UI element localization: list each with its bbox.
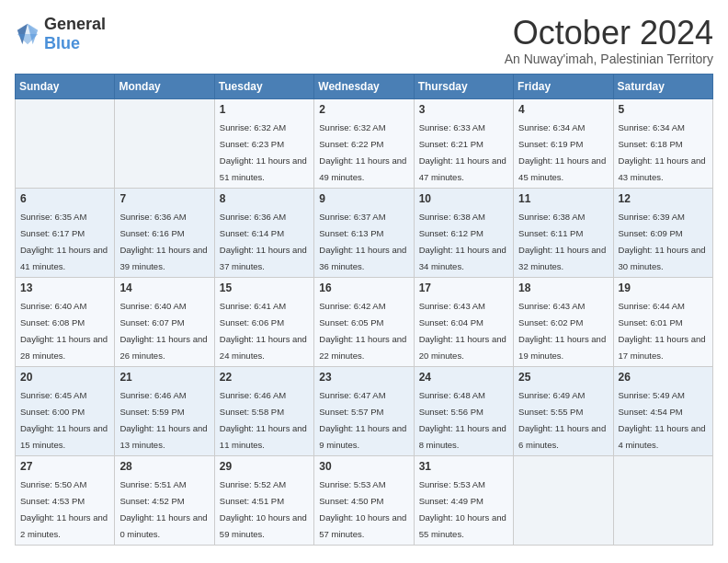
cell-info: Sunrise: 6:43 AMSunset: 6:04 PMDaylight:… xyxy=(419,301,506,361)
cell-info: Sunrise: 6:45 AMSunset: 6:00 PMDaylight:… xyxy=(20,390,108,450)
calendar-cell: 2Sunrise: 6:32 AMSunset: 6:22 PMDaylight… xyxy=(314,98,414,188)
day-number: 5 xyxy=(619,103,708,116)
calendar-cell: 9Sunrise: 6:37 AMSunset: 6:13 PMDaylight… xyxy=(314,188,414,277)
cell-info: Sunrise: 6:37 AMSunset: 6:13 PMDaylight:… xyxy=(319,212,406,271)
calendar-cell: 20Sunrise: 6:45 AMSunset: 6:00 PMDayligh… xyxy=(16,366,115,455)
day-header-thursday: Thursday xyxy=(414,74,513,98)
calendar-cell: 8Sunrise: 6:36 AMSunset: 6:14 PMDaylight… xyxy=(214,188,313,277)
logo-blue: Blue xyxy=(44,34,80,52)
day-number: 9 xyxy=(319,192,408,205)
day-number: 1 xyxy=(220,103,309,116)
calendar-cell: 16Sunrise: 6:42 AMSunset: 6:05 PMDayligh… xyxy=(314,277,414,366)
day-number: 18 xyxy=(518,282,608,294)
calendar-cell: 19Sunrise: 6:44 AMSunset: 6:01 PMDayligh… xyxy=(613,277,712,366)
calendar-cell xyxy=(16,98,115,188)
calendar-cell xyxy=(613,455,712,545)
day-number: 19 xyxy=(619,282,708,294)
cell-info: Sunrise: 6:42 AMSunset: 6:05 PMDaylight:… xyxy=(319,301,406,361)
calendar-cell: 22Sunrise: 6:46 AMSunset: 5:58 PMDayligh… xyxy=(214,366,313,455)
day-header-wednesday: Wednesday xyxy=(314,74,414,98)
calendar-cell: 21Sunrise: 6:46 AMSunset: 5:59 PMDayligh… xyxy=(115,366,214,455)
calendar-cell: 24Sunrise: 6:48 AMSunset: 5:56 PMDayligh… xyxy=(414,366,513,455)
day-number: 24 xyxy=(419,371,508,384)
cell-info: Sunrise: 6:47 AMSunset: 5:57 PMDaylight:… xyxy=(319,390,406,450)
week-row-2: 6Sunrise: 6:35 AMSunset: 6:17 PMDaylight… xyxy=(16,188,713,277)
calendar-cell: 15Sunrise: 6:41 AMSunset: 6:06 PMDayligh… xyxy=(214,277,313,366)
day-number: 30 xyxy=(319,460,408,473)
day-number: 3 xyxy=(419,103,508,116)
day-number: 17 xyxy=(419,282,508,294)
cell-info: Sunrise: 6:46 AMSunset: 5:58 PMDaylight:… xyxy=(220,390,307,450)
day-number: 27 xyxy=(20,460,109,473)
logo-icon xyxy=(15,21,40,47)
cell-info: Sunrise: 6:46 AMSunset: 5:59 PMDaylight:… xyxy=(119,390,207,450)
cell-info: Sunrise: 5:53 AMSunset: 4:50 PMDaylight:… xyxy=(319,479,406,539)
calendar-cell: 29Sunrise: 5:52 AMSunset: 4:51 PMDayligh… xyxy=(214,455,313,545)
calendar-cell: 5Sunrise: 6:34 AMSunset: 6:18 PMDaylight… xyxy=(613,98,712,188)
calendar-cell: 4Sunrise: 6:34 AMSunset: 6:19 PMDaylight… xyxy=(514,98,613,188)
cell-info: Sunrise: 5:53 AMSunset: 4:49 PMDaylight:… xyxy=(419,479,506,539)
calendar-cell xyxy=(514,455,613,545)
day-header-friday: Friday xyxy=(514,74,613,98)
calendar-cell: 13Sunrise: 6:40 AMSunset: 6:08 PMDayligh… xyxy=(16,277,115,366)
day-number: 14 xyxy=(119,282,209,294)
calendar-body: 1Sunrise: 6:32 AMSunset: 6:23 PMDaylight… xyxy=(16,98,713,545)
week-row-4: 20Sunrise: 6:45 AMSunset: 6:00 PMDayligh… xyxy=(16,366,713,455)
calendar-cell: 14Sunrise: 6:40 AMSunset: 6:07 PMDayligh… xyxy=(115,277,214,366)
title-block: October 2024 An Nuway'imah, Palestinian … xyxy=(505,15,713,66)
cell-info: Sunrise: 6:34 AMSunset: 6:19 PMDaylight:… xyxy=(518,122,606,182)
logo-general: General xyxy=(44,15,106,33)
cell-info: Sunrise: 5:52 AMSunset: 4:51 PMDaylight:… xyxy=(220,479,307,539)
month-title: October 2024 xyxy=(505,15,713,52)
calendar-cell: 18Sunrise: 6:43 AMSunset: 6:02 PMDayligh… xyxy=(514,277,613,366)
cell-info: Sunrise: 6:40 AMSunset: 6:08 PMDaylight:… xyxy=(20,301,108,361)
cell-info: Sunrise: 6:49 AMSunset: 5:55 PMDaylight:… xyxy=(518,390,606,450)
cell-info: Sunrise: 6:44 AMSunset: 6:01 PMDaylight:… xyxy=(619,301,706,361)
day-number: 7 xyxy=(119,192,209,205)
calendar-cell: 6Sunrise: 6:35 AMSunset: 6:17 PMDaylight… xyxy=(16,188,115,277)
calendar-header: SundayMondayTuesdayWednesdayThursdayFrid… xyxy=(16,74,713,98)
cell-info: Sunrise: 6:48 AMSunset: 5:56 PMDaylight:… xyxy=(419,390,506,450)
cell-info: Sunrise: 6:41 AMSunset: 6:06 PMDaylight:… xyxy=(220,301,307,361)
calendar-cell: 1Sunrise: 6:32 AMSunset: 6:23 PMDaylight… xyxy=(214,98,313,188)
day-number: 11 xyxy=(518,192,608,205)
day-number: 16 xyxy=(319,282,408,294)
logo: General Blue xyxy=(15,15,106,53)
cell-info: Sunrise: 6:38 AMSunset: 6:12 PMDaylight:… xyxy=(419,212,506,271)
day-number: 15 xyxy=(220,282,309,294)
cell-info: Sunrise: 6:33 AMSunset: 6:21 PMDaylight:… xyxy=(419,122,506,182)
calendar-cell: 31Sunrise: 5:53 AMSunset: 4:49 PMDayligh… xyxy=(414,455,513,545)
cell-info: Sunrise: 5:50 AMSunset: 4:53 PMDaylight:… xyxy=(20,479,108,539)
calendar-cell: 10Sunrise: 6:38 AMSunset: 6:12 PMDayligh… xyxy=(414,188,513,277)
day-number: 21 xyxy=(119,371,209,384)
calendar-cell: 23Sunrise: 6:47 AMSunset: 5:57 PMDayligh… xyxy=(314,366,414,455)
calendar-cell: 26Sunrise: 5:49 AMSunset: 4:54 PMDayligh… xyxy=(613,366,712,455)
calendar-table: SundayMondayTuesdayWednesdayThursdayFrid… xyxy=(15,74,713,546)
svg-marker-3 xyxy=(17,34,38,44)
day-number: 4 xyxy=(518,103,608,116)
day-number: 6 xyxy=(20,192,109,205)
calendar-cell: 30Sunrise: 5:53 AMSunset: 4:50 PMDayligh… xyxy=(314,455,414,545)
week-row-1: 1Sunrise: 6:32 AMSunset: 6:23 PMDaylight… xyxy=(16,98,713,188)
day-number: 10 xyxy=(419,192,508,205)
page-header: General Blue October 2024 An Nuway'imah,… xyxy=(15,15,713,66)
day-number: 29 xyxy=(220,460,309,473)
day-number: 31 xyxy=(419,460,508,473)
calendar-cell: 3Sunrise: 6:33 AMSunset: 6:21 PMDaylight… xyxy=(414,98,513,188)
day-number: 22 xyxy=(220,371,309,384)
cell-info: Sunrise: 6:38 AMSunset: 6:11 PMDaylight:… xyxy=(518,212,606,271)
day-number: 25 xyxy=(518,371,608,384)
cell-info: Sunrise: 5:51 AMSunset: 4:52 PMDaylight:… xyxy=(119,479,207,539)
day-header-sunday: Sunday xyxy=(16,74,115,98)
day-header-tuesday: Tuesday xyxy=(214,74,313,98)
week-row-3: 13Sunrise: 6:40 AMSunset: 6:08 PMDayligh… xyxy=(16,277,713,366)
calendar-cell: 12Sunrise: 6:39 AMSunset: 6:09 PMDayligh… xyxy=(613,188,712,277)
cell-info: Sunrise: 6:32 AMSunset: 6:22 PMDaylight:… xyxy=(319,122,406,182)
week-row-5: 27Sunrise: 5:50 AMSunset: 4:53 PMDayligh… xyxy=(16,455,713,545)
logo-text: General Blue xyxy=(44,15,106,53)
calendar-cell: 11Sunrise: 6:38 AMSunset: 6:11 PMDayligh… xyxy=(514,188,613,277)
day-number: 2 xyxy=(319,103,408,116)
location: An Nuway'imah, Palestinian Territory xyxy=(505,52,713,66)
day-number: 20 xyxy=(20,371,109,384)
day-number: 12 xyxy=(619,192,708,205)
